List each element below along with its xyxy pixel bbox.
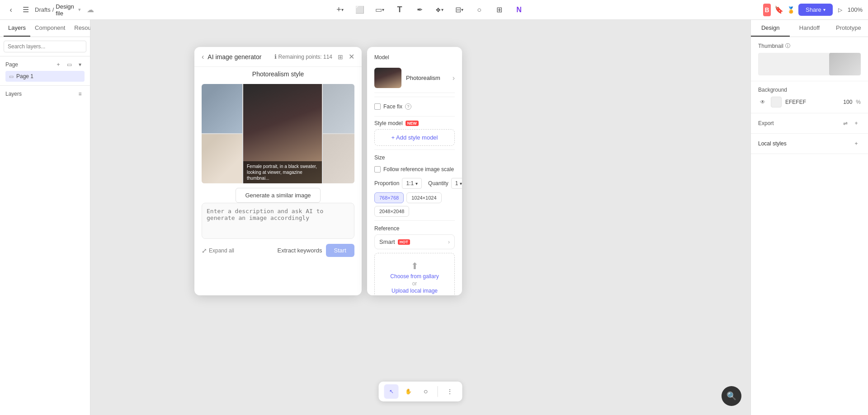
page-item-1[interactable]: ▭ Page 1 — [5, 71, 85, 82]
extract-keywords-label: Extract keywords — [278, 247, 322, 254]
plugin-icon[interactable]: N — [513, 4, 525, 16]
rect-tool-button[interactable]: ▭ ▾ — [373, 4, 386, 16]
export-section: Export ⇌ + — [751, 113, 868, 134]
pin-icon[interactable]: ⊞ — [338, 53, 343, 61]
style-label-area: Photorealism style — [194, 67, 362, 84]
local-styles-add-button[interactable]: + — [852, 139, 861, 148]
comment-tool-button[interactable]: ○ — [419, 384, 433, 399]
share-label: Share — [806, 6, 821, 13]
hot-badge: HOT — [398, 239, 410, 245]
select-tool-button[interactable]: ↖ — [384, 384, 399, 399]
page-section-actions: + ▭ ▾ — [54, 60, 85, 69]
quantity-value: 1 — [455, 180, 458, 187]
play-button[interactable]: ▷ — [836, 4, 844, 16]
reference-section-title: Reference — [374, 225, 455, 232]
search-layers-input[interactable] — [4, 41, 86, 52]
background-section: Background 👁 EFEFEF 100 % — [751, 81, 868, 113]
search-fab-button[interactable]: 🔍 — [722, 386, 741, 406]
tab-handoff[interactable]: Handoff — [790, 20, 829, 37]
breadcrumb-file[interactable]: Design file — [56, 3, 76, 17]
back-icon[interactable]: ‹ — [5, 4, 17, 16]
proportion-chevron-icon: ▾ — [415, 181, 418, 186]
background-opacity-value[interactable]: 100 — [843, 99, 852, 105]
quantity-select[interactable]: 1 ▾ — [451, 178, 462, 189]
choose-gallery-button[interactable]: Choose from gallary — [382, 273, 447, 280]
menu-icon[interactable]: ☰ — [20, 4, 32, 16]
background-color-hex[interactable]: EFEFEF — [785, 99, 840, 105]
back-button[interactable]: ‹ — [202, 53, 204, 61]
crop-tool-icon[interactable]: ⊞ — [493, 4, 505, 16]
close-button[interactable]: ✕ — [349, 52, 354, 61]
tab-prototype[interactable]: Prototype — [829, 20, 868, 37]
divider-3 — [374, 149, 455, 150]
tab-design[interactable]: Design — [751, 20, 790, 37]
smart-selector[interactable]: Smart HOT › — [374, 234, 455, 249]
select-tool-icon: ↖ — [389, 388, 394, 395]
pen-tool-icon[interactable]: ✒ — [413, 4, 426, 16]
generate-similar-button[interactable]: Generate a similar image — [236, 188, 320, 203]
start-button[interactable]: Start — [326, 244, 354, 257]
prototype-tab-label: Prototype — [836, 24, 861, 31]
res-button-2048[interactable]: 2048×2048 — [374, 206, 409, 217]
hand-tool-button[interactable]: ✋ — [401, 384, 416, 399]
mask-tool-button[interactable]: ⊟ ▾ — [453, 4, 466, 16]
tab-component[interactable]: Component — [30, 20, 70, 37]
breadcrumb-sep: / — [52, 6, 54, 13]
res-2048-label: 2048×2048 — [379, 209, 404, 214]
background-row: 👁 EFEFEF 100 % — [758, 97, 861, 107]
follow-ref-row: Follow reference image scale — [374, 163, 455, 175]
cloud-sync-icon[interactable]: ☁ — [85, 4, 96, 16]
share-button[interactable]: Share ▾ — [798, 4, 833, 16]
brand-b-icon[interactable]: B — [763, 4, 771, 16]
more-tools-button[interactable]: ⋮ — [443, 384, 457, 399]
text-tool-icon[interactable]: T — [393, 4, 406, 16]
add-style-btn-label: + Add style model — [392, 134, 438, 141]
bookmark-icon[interactable]: 🔖 — [774, 4, 783, 16]
rect-icon: ▭ — [375, 5, 382, 14]
res-button-768[interactable]: 768×768 — [374, 192, 404, 203]
breadcrumb-drafts[interactable]: Drafts — [35, 6, 51, 13]
ai-panel-header-right: ℹ Remaining points: 114 ⊞ ✕ — [274, 52, 354, 61]
model-selector[interactable]: Photorealism › — [374, 63, 455, 93]
export-transfer-icon[interactable]: ⇌ — [841, 119, 850, 128]
right-sidebar: Design Handoff Prototype Thumbnail ⓘ Bac… — [750, 20, 868, 415]
local-styles-section: Local styles + — [751, 134, 868, 154]
add-page-button[interactable]: + — [54, 60, 63, 69]
export-actions: ⇌ + — [841, 119, 861, 128]
layers-sort-button[interactable]: ≡ — [75, 89, 85, 98]
tab-layers[interactable]: Layers — [4, 20, 30, 37]
page-frame-button[interactable]: ▭ — [65, 60, 74, 69]
expand-all-button[interactable]: ⤢ Expand all — [202, 247, 234, 254]
image-preview-area: Female portrait, in a black sweater, loo… — [194, 84, 362, 203]
add-style-model-button[interactable]: + Add style model — [374, 129, 455, 146]
extract-keywords-button[interactable]: Extract keywords — [278, 247, 322, 254]
layers-tab-label: Layers — [8, 24, 26, 31]
add-chevron-icon: ▾ — [341, 7, 344, 12]
ellipse-tool-icon[interactable]: ○ — [473, 4, 486, 16]
prompt-textarea[interactable] — [202, 203, 354, 239]
component-tool-button[interactable]: ❖ ▾ — [433, 4, 446, 16]
topbar-left: ‹ ☰ Drafts / Design file ▾ ☁ — [5, 3, 96, 17]
component-icon: ❖ — [435, 6, 441, 14]
badge-icon[interactable]: 🏅 — [787, 4, 795, 16]
handoff-tab-label: Handoff — [799, 24, 820, 31]
visibility-toggle[interactable]: 👁 — [758, 98, 767, 107]
follow-ref-checkbox[interactable] — [374, 166, 381, 173]
img-col-right — [323, 84, 354, 183]
proportion-label: Proportion — [374, 180, 399, 187]
face-fix-checkbox[interactable] — [374, 103, 381, 110]
page-section-header: Page + ▭ ▾ — [5, 60, 85, 69]
res-button-1024[interactable]: 1024×1024 — [406, 192, 441, 203]
res-768-label: 768×768 — [379, 195, 399, 201]
proportion-select[interactable]: 1:1 ▾ — [402, 178, 422, 189]
face-fix-help-icon[interactable]: ? — [405, 103, 411, 110]
upload-local-button[interactable]: Upload local image — [382, 288, 447, 294]
add-button[interactable]: + ▾ — [334, 4, 346, 16]
sidebar-tabs: Layers Component Resource — [0, 20, 90, 37]
background-color-swatch[interactable] — [771, 97, 782, 107]
frame-tool-icon[interactable]: ⬜ — [354, 4, 366, 16]
zoom-level[interactable]: 100% — [848, 6, 863, 13]
export-add-button[interactable]: + — [852, 119, 861, 128]
page-expand-button[interactable]: ▾ — [75, 60, 85, 69]
export-row: Export ⇌ + — [758, 119, 861, 128]
